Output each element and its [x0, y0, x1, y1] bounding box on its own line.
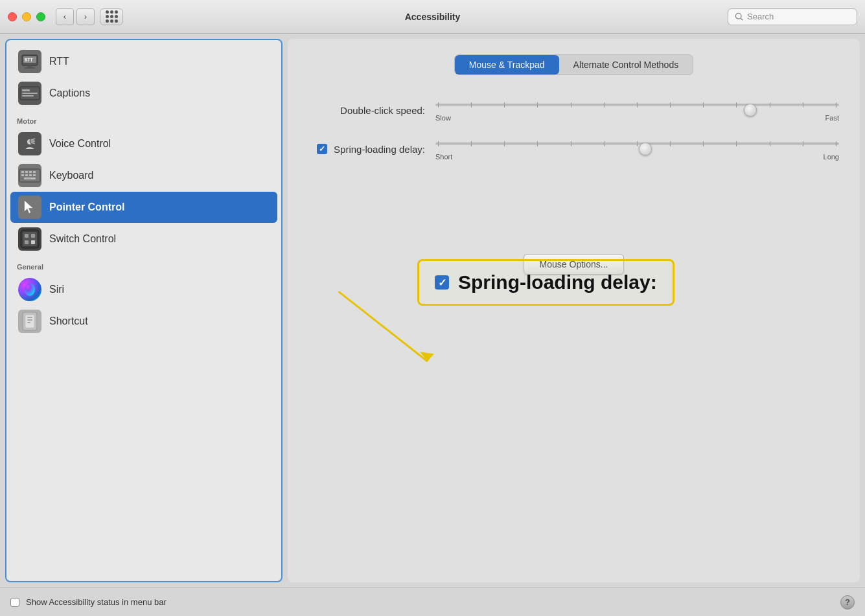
- voice-control-label: Voice Control: [49, 138, 111, 150]
- double-click-speed-row: Double-click speed:: [308, 98, 839, 122]
- spring-loading-slider-container: Short Long: [435, 137, 839, 161]
- svg-line-36: [338, 291, 427, 361]
- window-title: Accessibility: [405, 12, 461, 22]
- double-click-speed-label: Double-click speed:: [308, 105, 425, 116]
- main-content: RTT RTT Captions Motor: [0, 34, 865, 587]
- svg-rect-15: [21, 171, 24, 173]
- search-input[interactable]: [747, 12, 850, 21]
- captions-label: Captions: [49, 87, 90, 99]
- spring-loading-thumb[interactable]: [639, 143, 652, 155]
- switch-control-label: Switch Control: [49, 233, 116, 245]
- svg-rect-27: [31, 234, 35, 238]
- svg-point-0: [735, 13, 741, 19]
- status-in-menu-bar-label: Show Accessibility status in menu bar: [26, 597, 167, 607]
- sidebar-item-shortcut[interactable]: Shortcut: [10, 306, 277, 337]
- motor-section-label: Motor: [6, 109, 281, 128]
- tab-mouse-trackpad[interactable]: Mouse & Trackpad: [455, 55, 559, 74]
- svg-rect-29: [31, 240, 35, 244]
- search-icon: [735, 12, 744, 21]
- sidebar-item-siri[interactable]: Siri: [10, 274, 277, 305]
- svg-rect-18: [33, 171, 36, 173]
- grid-view-button[interactable]: [100, 8, 123, 25]
- spring-loading-delay-row: Spring-loading delay:: [308, 137, 839, 161]
- spring-loading-checkbox[interactable]: [317, 144, 327, 154]
- spring-slider-bg: [435, 143, 839, 145]
- rtt-label: RTT: [49, 56, 69, 67]
- forward-button[interactable]: ›: [76, 8, 95, 25]
- back-button[interactable]: ‹: [56, 8, 74, 25]
- double-click-slider-labels: Slow Fast: [435, 114, 839, 122]
- svg-rect-28: [25, 240, 29, 244]
- svg-line-1: [741, 18, 743, 20]
- double-click-speed-slider-container: Slow Fast: [435, 98, 839, 122]
- shortcut-icon: [18, 310, 41, 333]
- nav-buttons: ‹ ›: [56, 8, 95, 25]
- rtt-icon: RTT: [18, 50, 41, 73]
- callout-checkbox[interactable]: [435, 275, 449, 290]
- maximize-button[interactable]: [36, 12, 45, 21]
- search-box[interactable]: [728, 8, 857, 25]
- svg-rect-22: [33, 174, 36, 176]
- svg-rect-26: [25, 234, 29, 238]
- double-click-thumb[interactable]: [744, 104, 757, 117]
- help-button[interactable]: ?: [840, 595, 855, 610]
- spring-loading-label: Spring-loading delay:: [334, 144, 425, 155]
- svg-rect-21: [29, 174, 32, 176]
- minimize-button[interactable]: [22, 12, 31, 21]
- svg-rect-10: [22, 95, 34, 97]
- svg-rect-5: [25, 67, 35, 69]
- svg-rect-4: [27, 65, 32, 67]
- svg-rect-16: [25, 171, 28, 173]
- svg-rect-23: [24, 177, 36, 179]
- sidebar-item-rtt[interactable]: RTT RTT: [10, 46, 277, 77]
- svg-rect-34: [27, 319, 32, 321]
- grid-icon: [106, 10, 118, 23]
- sidebar-item-voice-control[interactable]: Voice Control: [10, 128, 277, 159]
- slider-ticks: [435, 102, 839, 108]
- tab-alternate-control[interactable]: Alternate Control Methods: [559, 55, 693, 74]
- spring-slider-ticks: [435, 141, 839, 146]
- svg-text:RTT: RTT: [25, 58, 33, 63]
- keyboard-label: Keyboard: [49, 170, 94, 181]
- switch-control-icon: [18, 227, 41, 251]
- sidebar-item-captions[interactable]: Captions: [10, 78, 277, 109]
- callout-box: Spring-loading delay:: [417, 259, 675, 306]
- bottom-bar: Show Accessibility status in menu bar ?: [0, 587, 865, 616]
- shortcut-label: Shortcut: [49, 315, 88, 327]
- svg-point-30: [25, 283, 35, 296]
- spring-loading-slider-labels: Short Long: [435, 153, 839, 161]
- pointer-control-label: Pointer Control: [49, 201, 124, 213]
- svg-rect-9: [22, 93, 38, 94]
- siri-icon: [18, 278, 41, 301]
- sidebar: RTT RTT Captions Motor: [5, 39, 283, 582]
- svg-marker-37: [420, 352, 434, 361]
- spring-loading-checkbox-row: Spring-loading delay:: [308, 144, 425, 155]
- spring-loading-slider[interactable]: [435, 137, 839, 150]
- sidebar-item-keyboard[interactable]: Keyboard: [10, 160, 277, 191]
- titlebar: ‹ › Accessibility: [0, 0, 865, 34]
- svg-rect-19: [21, 174, 24, 176]
- status-in-menu-bar-checkbox[interactable]: [10, 598, 19, 607]
- tab-bar: Mouse & Trackpad Alternate Control Metho…: [454, 54, 693, 75]
- right-panel: Mouse & Trackpad Alternate Control Metho…: [288, 39, 860, 582]
- slider-track-bg: [435, 104, 839, 106]
- general-section-label: General: [6, 255, 281, 273]
- captions-icon: [18, 82, 41, 105]
- svg-rect-20: [25, 174, 28, 176]
- svg-rect-33: [27, 317, 32, 318]
- sidebar-item-pointer-control[interactable]: Pointer Control: [10, 192, 277, 223]
- close-button[interactable]: [8, 12, 17, 21]
- sidebar-item-switch-control[interactable]: Switch Control: [10, 223, 277, 255]
- pointer-control-icon: [18, 196, 41, 219]
- siri-label: Siri: [49, 284, 64, 295]
- keyboard-icon: [18, 164, 41, 187]
- svg-rect-35: [27, 322, 30, 323]
- double-click-speed-slider[interactable]: [435, 98, 839, 111]
- svg-rect-8: [22, 89, 30, 91]
- svg-rect-17: [29, 171, 32, 173]
- callout-text: Spring-loading delay:: [458, 271, 657, 293]
- voice-control-icon: [18, 132, 41, 155]
- traffic-lights: [8, 12, 45, 21]
